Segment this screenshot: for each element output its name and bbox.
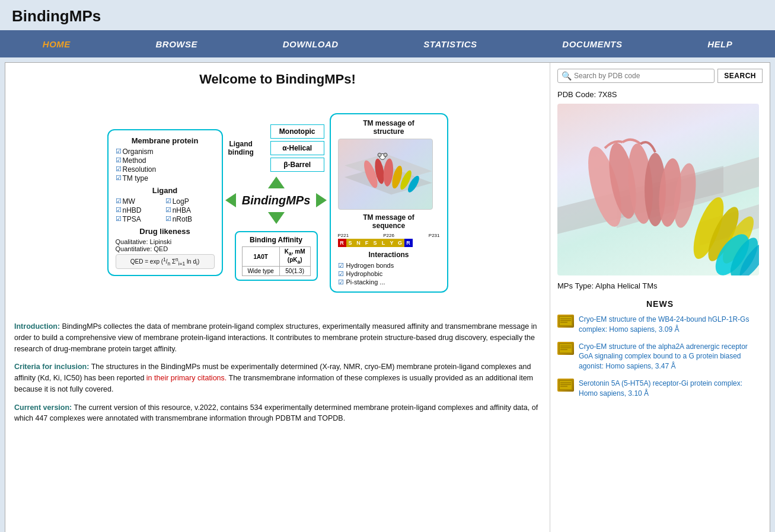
- svg-point-9: [384, 153, 387, 156]
- news-title: NEWS: [557, 299, 763, 309]
- intro-text: BindingMPs collectes the data of membran…: [14, 322, 537, 353]
- binding-monotopic: Monotopic: [270, 124, 324, 139]
- app-title: BindingMPs: [0, 0, 775, 30]
- pdb-code-label: PDB Code: 7X8S: [557, 90, 763, 99]
- protein-image: [557, 104, 759, 275]
- news-icon-1: [557, 315, 574, 328]
- svg-rect-27: [560, 317, 572, 325]
- nav-home[interactable]: HOME: [31, 32, 82, 56]
- membrane-protein-box: Membrane protein ☑Organism ☑Method ☑Reso…: [107, 129, 223, 276]
- nav-statistics[interactable]: STATISTICS: [412, 32, 489, 56]
- current-label: Current version:: [14, 403, 72, 412]
- structure-image: [338, 139, 433, 210]
- tm-seq-title: TM message ofsequence: [338, 213, 440, 230]
- interaction-hydrophobic: Hydrophobic: [346, 270, 383, 277]
- ligand-nhbd: nHBD: [123, 206, 142, 214]
- current-text: The current version of this resource, v.…: [14, 403, 538, 423]
- ligand-logp: LogP: [173, 197, 189, 206]
- news-text-2: Cryo-EM structure of the alpha2A adrener…: [579, 342, 763, 371]
- arrow-down: [268, 212, 285, 224]
- news-icon-2: [557, 342, 574, 355]
- interactions-title: Interactions: [338, 251, 440, 259]
- affinity-num: 50(1.3): [279, 267, 310, 276]
- nav-documents[interactable]: DOCUMENTS: [550, 32, 634, 56]
- mp-box-title: Membrane protein: [116, 136, 215, 145]
- nav-download[interactable]: DOWNLOAD: [271, 32, 350, 56]
- svg-rect-32: [560, 344, 572, 352]
- mp-field-method: Method: [123, 156, 146, 165]
- criteria-text-red: in their primary citations.: [146, 374, 227, 382]
- binding-beta: β-Barrel: [270, 158, 324, 172]
- welcome-title: Welcome to BindingMPs!: [14, 72, 541, 87]
- affinity-table: 1A0T Ka, mM(pKa) Wide type 50(1.3): [242, 246, 311, 276]
- intro-section: Introduction: BindingMPs collectes the d…: [14, 321, 541, 424]
- navbar: HOME BROWSE DOWNLOAD STATISTICS DOCUMENT…: [0, 30, 775, 57]
- seq-bar: P221P226P231 R S N F S L Y G R: [338, 233, 440, 247]
- news-item-1: Cryo-EM structure of the WB4-24-bound hG…: [557, 315, 763, 335]
- arrow-right: [316, 193, 327, 207]
- mp-field-organism: Organism: [123, 148, 154, 156]
- ligand-tpsa: TPSA: [123, 215, 141, 223]
- affinity-val: Wide type: [242, 267, 279, 276]
- ligand-binding-label: Ligandbinding: [228, 140, 254, 156]
- affinity-box: Binding Affinity 1A0T Ka, mM(pKa) Wide t…: [235, 231, 318, 281]
- criteria-label: Criteria for inclusion:: [14, 363, 89, 371]
- ligand-nrotb: nRotB: [173, 215, 192, 223]
- nav-browse[interactable]: BROWSE: [144, 32, 210, 56]
- search-input-wrap[interactable]: 🔍: [557, 69, 715, 83]
- svg-rect-37: [560, 381, 572, 389]
- news-text-1: Cryo-EM structure of the WB4-24-bound hG…: [579, 315, 763, 335]
- affinity-col1: 1A0T: [242, 247, 279, 267]
- binding-types: Monotopic α-Helical β-Barrel: [270, 124, 324, 172]
- drug-title: Drug likeness: [116, 227, 215, 236]
- tm-section: TM message ofstructure: [330, 113, 448, 293]
- interaction-hbond: Hydrogen bonds: [346, 262, 394, 269]
- ligand-mw: MW: [123, 197, 135, 206]
- affinity-title: Binding Affinity: [242, 236, 311, 244]
- interaction-pistacking: Pi-stacking ...: [346, 278, 385, 286]
- ligand-title: Ligand: [116, 186, 215, 195]
- search-area: 🔍 SEARCH: [557, 69, 763, 83]
- arrow-left: [225, 193, 236, 207]
- news-text-3: Serotonin 5A (5-HT5A) receptor-Gi protei…: [579, 379, 763, 399]
- svg-point-10: [378, 153, 381, 156]
- arrow-up: [268, 177, 285, 188]
- bindingmps-center-label: BindingMPs: [242, 194, 311, 207]
- middle-diagram: Ligandbinding Monotopic α-Helical β-Barr…: [229, 124, 324, 281]
- mp-type-label: MPs Type: Alpha Helical TMs: [557, 281, 763, 290]
- mp-field-resolution: Resolution: [123, 165, 157, 174]
- binding-alpha: α-Helical: [270, 141, 324, 155]
- drug-formula: QED = exp (1/n Σni=1 ln di): [116, 254, 215, 269]
- mp-field-tmtype: TM type: [123, 174, 148, 182]
- ligand-nhba: nHBA: [173, 206, 191, 214]
- diagram-area: Membrane protein ☑Organism ☑Method ☑Reso…: [14, 93, 541, 312]
- news-item-3: Serotonin 5A (5-HT5A) receptor-Gi protei…: [557, 379, 763, 399]
- tm-struct-title: TM message ofstructure: [338, 119, 440, 136]
- right-sidebar: 🔍 SEARCH PDB Code: 7X8S: [550, 63, 770, 532]
- drug-quantitative: Quantitative: QED: [116, 245, 215, 252]
- affinity-col2: Ka, mM(pKa): [279, 247, 310, 267]
- news-icon-3: [557, 379, 574, 392]
- search-button[interactable]: SEARCH: [717, 69, 763, 83]
- nav-help[interactable]: HELP: [696, 32, 744, 56]
- news-item-2: Cryo-EM structure of the alpha2A adrener…: [557, 342, 763, 371]
- search-input[interactable]: [574, 72, 657, 80]
- drug-qualitative: Qualitative: Lipinski: [116, 238, 215, 245]
- search-icon: 🔍: [562, 71, 572, 81]
- news-list: Cryo-EM structure of the WB4-24-bound hG…: [557, 315, 763, 399]
- interactions-list: ☑Hydrogen bonds ☑Hydrophobic ☑Pi-stackin…: [338, 262, 440, 286]
- intro-label: Introduction:: [14, 322, 60, 331]
